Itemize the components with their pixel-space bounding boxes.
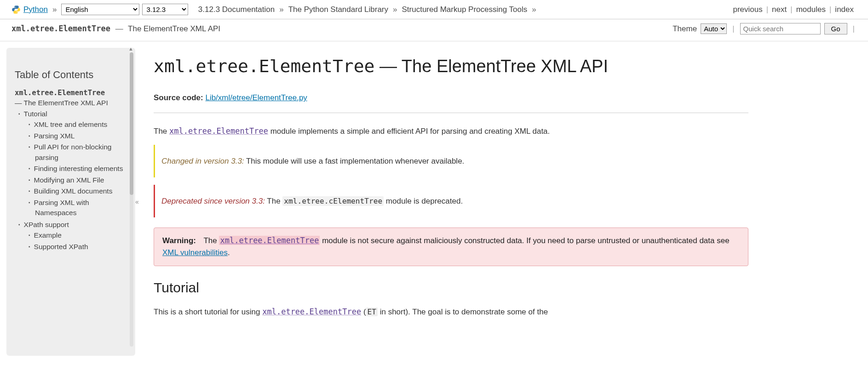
toc-item[interactable]: Parsing XML: [34, 132, 75, 140]
tutorial-intro: This is a short tutorial for using xml.e…: [154, 306, 748, 318]
tutorial-heading: Tutorial: [154, 280, 748, 296]
module-subtitle: The ElementTree XML API: [128, 24, 220, 33]
toc-root-link[interactable]: xml.etree.ElementTree: [15, 89, 105, 97]
separator: »: [279, 5, 283, 14]
breadcrumb-docs[interactable]: 3.12.3 Documentation: [198, 5, 275, 14]
toc-item[interactable]: Building XML documents: [34, 187, 113, 195]
separator: »: [532, 5, 536, 14]
module-link[interactable]: xml.etree.ElementTree: [262, 307, 361, 316]
theme-select[interactable]: Auto: [701, 23, 727, 34]
search-go-button[interactable]: Go: [824, 23, 847, 34]
deprecated-notice: Deprecated since version 3.3: The xml.et…: [154, 185, 748, 217]
breadcrumb-stdlib[interactable]: The Python Standard Library: [288, 5, 388, 14]
module-link[interactable]: xml.etree.ElementTree: [169, 126, 268, 136]
python-home-link[interactable]: Python: [23, 5, 48, 14]
module-name: xml.etree.ElementTree: [11, 24, 110, 33]
toc-item[interactable]: XML tree and elements: [34, 120, 108, 128]
toc-item[interactable]: Modifying an XML File: [34, 176, 104, 184]
toc-tutorial[interactable]: Tutorial: [24, 110, 47, 118]
nav-previous[interactable]: previous: [733, 5, 762, 14]
theme-search-area: Theme Auto | Go |: [673, 23, 857, 34]
intro-paragraph: The xml.etree.ElementTree module impleme…: [154, 125, 748, 137]
breadcrumb-area: Python » English 3.12.3 3.12.3 Documenta…: [11, 4, 538, 15]
toc-item[interactable]: Pull API for non-blocking parsing: [34, 143, 112, 161]
toc-title: Table of Contents: [15, 56, 132, 81]
version-select[interactable]: 3.12.3: [142, 4, 188, 15]
separator: »: [393, 5, 397, 14]
toc-root-desc[interactable]: — The ElementTree XML API: [15, 99, 108, 107]
toc-xpath[interactable]: XPath support: [24, 221, 69, 228]
scroll-up-icon[interactable]: ▲: [128, 48, 133, 51]
sidebar-scrollbar[interactable]: [130, 52, 133, 347]
top-nav-bar: Python » English 3.12.3 3.12.3 Documenta…: [0, 0, 868, 19]
language-select[interactable]: English: [61, 4, 139, 15]
search-input[interactable]: [740, 23, 821, 34]
theme-label: Theme: [673, 24, 697, 34]
source-code-link[interactable]: Lib/xml/etree/ElementTree.py: [205, 93, 307, 102]
nav-next[interactable]: next: [772, 5, 787, 14]
top-nav-links: previous | next | modules | index: [730, 5, 857, 14]
xml-vulnerabilities-link[interactable]: XML vulnerabilities: [162, 248, 228, 257]
breadcrumb-markup[interactable]: Structured Markup Processing Tools: [402, 5, 528, 14]
main-content: xml.etree.ElementTree — The ElementTree …: [135, 41, 868, 362]
source-code-line: Source code: Lib/xml/etree/ElementTree.p…: [154, 91, 748, 104]
warning-box: Warning: The xml.etree.ElementTree modul…: [154, 228, 748, 266]
changed-notice: Changed in version 3.3: This module will…: [154, 145, 748, 177]
python-logo-icon: [11, 5, 21, 14]
toc-item[interactable]: Parsing XML with Namespaces: [34, 199, 89, 216]
nav-index[interactable]: index: [835, 5, 854, 14]
table-of-contents: xml.etree.ElementTree — The ElementTree …: [15, 87, 132, 253]
toc-item[interactable]: Supported XPath: [34, 243, 88, 250]
sidebar-collapse-handle[interactable]: «: [135, 198, 139, 205]
page-title-short: xml.etree.ElementTree — The ElementTree …: [11, 24, 220, 34]
toc-item[interactable]: Example: [34, 231, 62, 239]
divider: [154, 113, 748, 113]
toc-item[interactable]: Finding interesting elements: [34, 165, 123, 172]
sub-nav-bar: xml.etree.ElementTree — The ElementTree …: [0, 19, 868, 41]
page-title: xml.etree.ElementTree — The ElementTree …: [154, 55, 748, 78]
nav-modules[interactable]: modules: [796, 5, 826, 14]
separator: »: [52, 5, 57, 14]
module-link[interactable]: xml.etree.ElementTree: [219, 236, 320, 245]
sidebar: ▲ Table of Contents xml.etree.ElementTre…: [6, 48, 135, 356]
